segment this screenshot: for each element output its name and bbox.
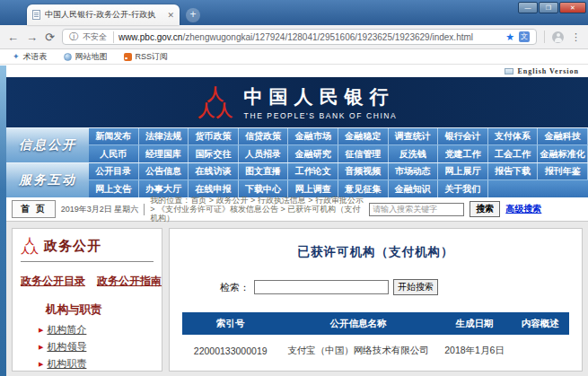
toolbar-divider — [544, 31, 545, 43]
sidebar-header: 人 人 人 政务公开 — [21, 237, 154, 262]
nav-item[interactable]: 金融知识 — [389, 180, 439, 197]
sidebar: 人 人 人 政务公开 政务公开目录 政务公开指南 机构与职责 ▶ — [12, 228, 162, 372]
minimize-button[interactable]: — — [518, 2, 538, 13]
sidebar-item-org-leaders[interactable]: ▶ 机构领导 — [39, 338, 154, 355]
menu-kebab-icon[interactable]: ⋮ — [571, 31, 581, 43]
nav-item[interactable]: 市场动态 — [389, 163, 439, 179]
table-header-row: 索引号 公开信息名称 生成日期 内容概述 — [182, 312, 569, 335]
nav-item[interactable]: 金融市场 — [288, 128, 338, 144]
rss-icon — [124, 53, 132, 61]
glossary-icon: ✦ — [13, 52, 20, 61]
main-panel: 已获许可机构（支付机构） 检索： 开始搜索 索引号 公开信息名称 生成日期 — [169, 228, 583, 372]
new-tab-button[interactable]: + — [186, 8, 200, 22]
advanced-search-link[interactable]: 高级搜索 — [505, 203, 541, 215]
sidebar-link-guide[interactable]: 政务公开指南 — [97, 274, 162, 289]
address-bar[interactable]: ⓘ 不安全 www.pbc.gov.cn/zhengwugongkai/1279… — [62, 29, 537, 45]
col-header-date: 生成日期 — [438, 312, 512, 335]
sidebar-title: 政务公开 — [44, 238, 101, 255]
nav-item[interactable]: 调查统计 — [389, 128, 439, 144]
nav-item[interactable]: 党建工作 — [438, 145, 488, 162]
cell-index: 22000231000010 — [182, 367, 279, 372]
nav-item[interactable]: 新闻发布 — [89, 128, 139, 144]
home-button[interactable]: 首 页 — [12, 200, 56, 218]
bookmark-label: RSS订阅 — [136, 51, 169, 63]
nav-item[interactable]: 报告下载 — [488, 163, 539, 179]
english-version-link[interactable]: English Version — [6, 66, 588, 77]
list-search-input[interactable] — [254, 280, 389, 294]
browser-tab[interactable]: 中国人民银行-政务公开-行政执 ✕ — [27, 4, 180, 25]
refresh-icon[interactable]: ⟳ — [45, 31, 55, 43]
nav-item[interactable]: 报刊年鉴 — [538, 163, 588, 179]
nav-label-info-disclosure[interactable]: 信息公开 — [6, 128, 89, 162]
nav-section-services: 服务互动 公开目录 公告信息 在线访谈 图文直播 工作论文 音频视频 市场动态 … — [6, 162, 588, 197]
site-banner: 人 人 人 中国人民银行 THE PEOPLE'S BANK OF CHINA — [6, 77, 588, 127]
nav-item[interactable]: 人员招录 — [239, 145, 289, 162]
nav-row: 公开目录 公告信息 在线访谈 图文直播 工作论文 音频视频 市场动态 网上展厅 … — [89, 163, 588, 180]
bookmark-glossary[interactable]: ✦ 术语表 — [13, 51, 48, 63]
list-search-button[interactable]: 开始搜索 — [393, 279, 438, 295]
close-button[interactable]: ✕ — [559, 2, 586, 13]
nav-item[interactable]: 公告信息 — [139, 163, 189, 179]
content-area: 人 人 人 政务公开 政务公开目录 政务公开指南 机构与职责 ▶ — [6, 222, 588, 376]
nav-item[interactable]: 信贷政策 — [239, 128, 289, 144]
sidebar-link-directory[interactable]: 政务公开目录 — [21, 274, 85, 289]
tab-title: 中国人民银行-政务公开-行政执 — [45, 9, 162, 21]
nav-item[interactable]: 国际交往 — [189, 145, 239, 162]
svg-text:人: 人 — [215, 101, 233, 119]
nav-item[interactable]: 反洗钱 — [389, 145, 439, 162]
nav-item[interactable]: 法律法规 — [139, 128, 189, 144]
nav-item[interactable]: 音频视频 — [338, 163, 389, 179]
nav-item[interactable]: 货币政策 — [189, 128, 239, 144]
cell-summary — [511, 367, 569, 372]
bullet-icon: ▶ — [39, 344, 43, 351]
site-search-input[interactable] — [369, 203, 464, 216]
nav-label-service-interaction[interactable]: 服务互动 — [6, 163, 89, 197]
nav-section-info: 信息公开 新闻发布 法律法规 货币政策 信贷政策 金融市场 金融稳定 调查统计 … — [6, 127, 588, 162]
bookmark-sitemap[interactable]: 网站地图 — [64, 51, 108, 63]
bookmark-label: 网站地图 — [75, 51, 108, 63]
nav-item[interactable]: 网上展厅 — [438, 163, 488, 179]
nav-item[interactable]: 银行会计 — [438, 128, 488, 144]
nav-item[interactable]: 工作论文 — [288, 163, 338, 179]
svg-text:人: 人 — [197, 101, 215, 119]
svg-text:人: 人 — [206, 85, 224, 103]
nav-item[interactable]: 征信管理 — [338, 145, 389, 162]
nav-item[interactable]: 工会工作 — [488, 145, 539, 162]
svg-text:人: 人 — [24, 237, 34, 246]
site-info-icon[interactable]: ⓘ — [69, 31, 78, 43]
nav-item[interactable]: 在线访谈 — [189, 163, 239, 179]
bookmark-star-icon[interactable]: ★ — [505, 31, 514, 43]
nav-item[interactable]: 支付体系 — [488, 128, 539, 144]
site-search-button[interactable]: 搜索 — [470, 201, 500, 217]
tab-close-icon[interactable]: ✕ — [167, 11, 174, 20]
security-label: 不安全 — [83, 31, 114, 43]
window-titlebar: 中国人民银行-政务公开-行政执 ✕ + — ❐ ✕ — [0, 0, 588, 25]
forward-icon[interactable]: → — [26, 31, 38, 43]
cell-date: 2018年1月6日 — [438, 335, 512, 367]
main-navigation: 信息公开 新闻发布 法律法规 货币政策 信贷政策 金融市场 金融稳定 调查统计 … — [6, 127, 588, 197]
window-controls: — ❐ ✕ — [518, 2, 586, 13]
nav-item[interactable]: 金融稳定 — [338, 128, 389, 144]
maximize-button[interactable]: ❐ — [539, 2, 558, 13]
sidebar-top-links: 政务公开目录 政务公开指南 — [21, 274, 154, 289]
nav-item[interactable]: 公开目录 — [89, 163, 139, 179]
nav-item[interactable]: 关于我们 — [438, 180, 488, 197]
nav-item[interactable]: 人民币 — [89, 145, 139, 162]
translate-icon[interactable]: 文 — [519, 31, 530, 42]
breadcrumb[interactable]: 我的位置：首页 > 政务公开 > 行政执法信息 > 行政审批公示 > 《支付业务… — [150, 196, 364, 223]
cell-summary — [511, 335, 569, 367]
sidebar-item-org-duties[interactable]: ▶ 机构职责 — [39, 355, 154, 372]
nav-row: 新闻发布 法律法规 货币政策 信贷政策 金融市场 金融稳定 调查统计 银行会计 … — [89, 128, 588, 145]
bookmark-rss[interactable]: RSS订阅 — [124, 51, 169, 63]
nav-item[interactable]: 经理国库 — [139, 145, 189, 162]
nav-item[interactable]: 金融标准化 — [538, 145, 588, 162]
bookmark-label: 术语表 — [23, 51, 48, 63]
profile-avatar-icon[interactable] — [552, 31, 564, 43]
back-icon[interactable]: ← — [7, 31, 19, 43]
license-table: 索引号 公开信息名称 生成日期 内容概述 22000133000019 支付宝（… — [182, 312, 569, 372]
nav-item[interactable]: 网上文告 — [89, 180, 139, 197]
nav-item[interactable]: 金融科技 — [538, 128, 588, 144]
nav-item[interactable]: 金融研究 — [288, 145, 338, 162]
nav-item[interactable]: 图文直播 — [239, 163, 289, 179]
sidebar-item-org-intro[interactable]: ▶ 机构简介 — [39, 321, 154, 338]
